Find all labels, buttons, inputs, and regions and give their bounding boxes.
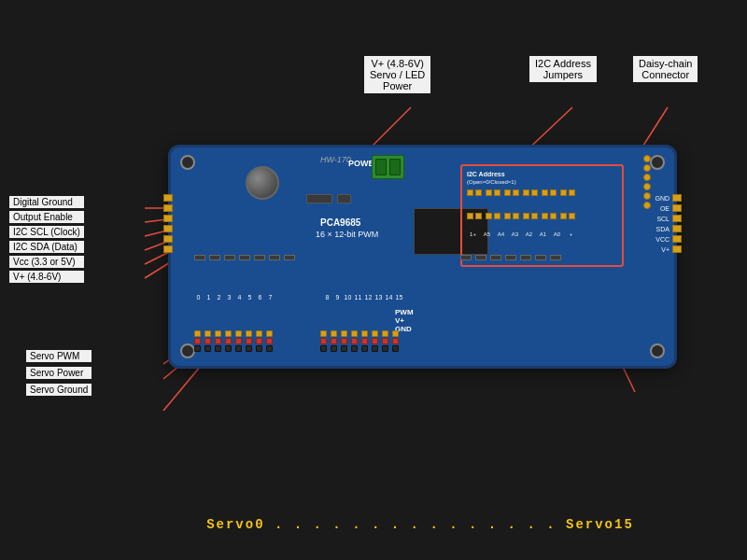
left-pin-gnd[interactable] bbox=[163, 194, 173, 202]
daisy-pin-3[interactable] bbox=[643, 174, 651, 181]
jumper-pin[interactable] bbox=[467, 189, 473, 196]
servo2-gnd[interactable] bbox=[215, 345, 221, 352]
jumper-pin[interactable] bbox=[494, 189, 500, 196]
left-pin-vplus[interactable] bbox=[163, 245, 173, 253]
servo8-power[interactable] bbox=[320, 338, 327, 344]
right-pin-gnd[interactable]: GND bbox=[672, 194, 682, 202]
servo4-gnd[interactable] bbox=[235, 345, 242, 352]
jumper-pin[interactable] bbox=[523, 189, 529, 196]
left-pin-oe[interactable] bbox=[163, 204, 173, 212]
servo8-gnd[interactable] bbox=[320, 345, 327, 352]
servo1-pwm[interactable] bbox=[204, 330, 211, 337]
jumper-pin[interactable] bbox=[560, 213, 567, 219]
smd-2 bbox=[337, 194, 351, 203]
servo14-gnd[interactable] bbox=[382, 345, 388, 352]
servo6-power[interactable] bbox=[256, 338, 262, 344]
servo4-pwm[interactable] bbox=[235, 330, 242, 337]
servo15-power[interactable] bbox=[392, 338, 399, 344]
jumper-pin[interactable] bbox=[486, 189, 492, 196]
jumper-pin[interactable] bbox=[475, 189, 482, 196]
smd-row-1 bbox=[194, 255, 295, 260]
jumper-pin[interactable] bbox=[531, 213, 538, 219]
jumper-pin[interactable] bbox=[560, 189, 567, 196]
servo5-pwm[interactable] bbox=[246, 330, 252, 337]
smd-1 bbox=[306, 194, 332, 203]
right-header: GND OE SCL SDA VCC V+ bbox=[672, 194, 682, 253]
jumper-pin[interactable] bbox=[504, 213, 511, 219]
servo4-power[interactable] bbox=[235, 338, 242, 344]
servo1-gnd[interactable] bbox=[204, 345, 211, 352]
servo11-power[interactable] bbox=[351, 338, 358, 344]
right-pin-vplus[interactable]: V+ bbox=[672, 245, 682, 253]
terminal-pin-2 bbox=[389, 159, 401, 175]
right-pin-oe[interactable]: OE bbox=[672, 204, 682, 212]
servo14-power[interactable] bbox=[382, 338, 388, 344]
jumper-pin[interactable] bbox=[542, 189, 548, 196]
left-pin-vcc[interactable] bbox=[163, 235, 173, 243]
servo14-pwm[interactable] bbox=[382, 330, 388, 337]
jumper-pin[interactable] bbox=[550, 213, 557, 219]
jumper-pin[interactable] bbox=[523, 213, 529, 219]
jumper-pin[interactable] bbox=[542, 213, 548, 219]
servo5-gnd[interactable] bbox=[246, 345, 252, 352]
servo3-power[interactable] bbox=[225, 338, 232, 344]
servo1-power[interactable] bbox=[204, 338, 211, 344]
servo9-gnd[interactable] bbox=[331, 345, 337, 352]
servo7-power[interactable] bbox=[266, 338, 273, 344]
jumper-pin[interactable] bbox=[467, 213, 473, 219]
servo10-pwm[interactable] bbox=[341, 330, 347, 337]
servo15-pwm[interactable] bbox=[392, 330, 399, 337]
servo2-power[interactable] bbox=[215, 338, 221, 344]
servo3-pwm[interactable] bbox=[225, 330, 232, 337]
jumper-pin[interactable] bbox=[569, 213, 575, 219]
servo6-gnd[interactable] bbox=[256, 345, 262, 352]
servo8-pwm[interactable] bbox=[320, 330, 327, 337]
servo13-gnd[interactable] bbox=[372, 345, 378, 352]
jumper-pin[interactable] bbox=[486, 213, 492, 219]
servo5-power[interactable] bbox=[246, 338, 252, 344]
mounting-hole-tr bbox=[650, 155, 665, 170]
jumper-pin[interactable] bbox=[494, 213, 500, 219]
servo7-pwm[interactable] bbox=[266, 330, 273, 337]
left-pin-sda[interactable] bbox=[163, 225, 173, 232]
left-pin-scl[interactable] bbox=[163, 215, 173, 222]
servo0-pwm[interactable] bbox=[194, 330, 201, 337]
servo10-power[interactable] bbox=[341, 338, 347, 344]
jumper-pin[interactable] bbox=[569, 189, 575, 196]
daisy-pin-2[interactable] bbox=[643, 164, 651, 172]
jumper-pin[interactable] bbox=[475, 213, 482, 219]
daisy-pin-4[interactable] bbox=[643, 183, 651, 190]
servo10-gnd[interactable] bbox=[341, 345, 347, 352]
jumper-pin[interactable] bbox=[504, 189, 511, 196]
servo12-power[interactable] bbox=[361, 338, 368, 344]
right-pin-vcc[interactable]: VCC bbox=[672, 235, 682, 243]
servo9-power[interactable] bbox=[331, 338, 337, 344]
jumper-pin[interactable] bbox=[513, 189, 519, 196]
servo6-pwm[interactable] bbox=[256, 330, 262, 337]
servo13-power[interactable] bbox=[372, 338, 378, 344]
servo12-pwm[interactable] bbox=[361, 330, 368, 337]
servo9-pwm[interactable] bbox=[331, 330, 337, 337]
power-annotation-text: V+ (4.8-6V) Servo / LED Power bbox=[364, 56, 430, 93]
servo15-gnd[interactable] bbox=[392, 345, 399, 352]
capacitor bbox=[246, 166, 279, 200]
servo11-pwm[interactable] bbox=[351, 330, 358, 337]
servo11-gnd[interactable] bbox=[351, 345, 358, 352]
servo12-gnd[interactable] bbox=[361, 345, 368, 352]
servo2-pwm[interactable] bbox=[215, 330, 221, 337]
label-digital-ground: Digital Ground bbox=[9, 196, 84, 208]
jumper-pin[interactable] bbox=[550, 189, 557, 196]
jumper-pin[interactable] bbox=[513, 213, 519, 219]
right-pin-sda[interactable]: SDA bbox=[672, 225, 682, 232]
daisy-pin-1[interactable] bbox=[643, 155, 651, 162]
right-pin-scl[interactable]: SCL bbox=[672, 215, 682, 222]
daisy-pin-5[interactable] bbox=[643, 192, 651, 200]
servo0-power[interactable] bbox=[194, 338, 201, 344]
servo7-gnd[interactable] bbox=[266, 345, 273, 352]
servo13-pwm[interactable] bbox=[372, 330, 378, 337]
terminal-pin-1 bbox=[375, 159, 387, 175]
servo0-gnd[interactable] bbox=[194, 345, 201, 352]
servo3-gnd[interactable] bbox=[225, 345, 232, 352]
jumper-pin[interactable] bbox=[531, 189, 538, 196]
daisy-pin-6[interactable] bbox=[643, 202, 651, 209]
